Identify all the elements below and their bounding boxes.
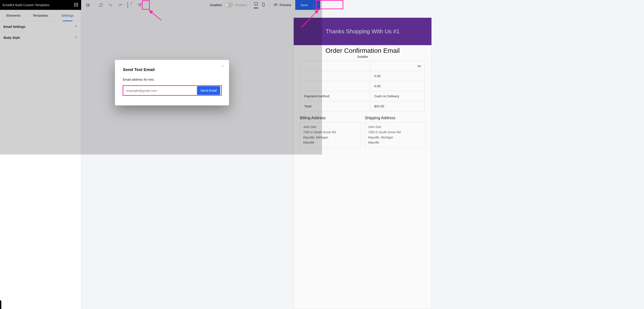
tab-settings[interactable]: Settings xyxy=(54,10,81,21)
redo-icon[interactable] xyxy=(116,0,125,10)
svg-rect-1 xyxy=(254,2,258,4)
save-button[interactable]: Save xyxy=(295,0,313,10)
order-subtitle[interactable]: Subtitle xyxy=(294,55,322,58)
modal-title: Send Test Email xyxy=(123,67,221,72)
accordion-email-settings[interactable]: Email Settings xyxy=(0,21,81,32)
close-icon[interactable] xyxy=(221,64,225,68)
billing-address-box[interactable]: John Doe 73/D G South Grove Rd Mayville,… xyxy=(300,122,322,148)
svg-rect-2 xyxy=(262,3,264,6)
test-email-input[interactable] xyxy=(124,87,197,95)
enable-toggle[interactable] xyxy=(224,3,233,7)
order-summary-table[interactable]: ce 0.00 0.00 Payment method:Cash on Deli… xyxy=(300,61,322,111)
send-test-email-modal: Send Test Email Email address for test. … xyxy=(115,60,229,105)
brand-title: EmailKit Build Custom Templates xyxy=(3,3,49,7)
undo-icon[interactable] xyxy=(106,0,116,10)
save-dropdown-button[interactable] xyxy=(313,0,320,10)
refresh-icon[interactable] xyxy=(96,0,106,10)
order-title[interactable]: Order Confirmation Email xyxy=(294,47,322,54)
insert-shortcode-button[interactable]: [ / ] xyxy=(125,0,135,10)
modal-label: Email address for test. xyxy=(123,78,221,81)
preview-label: Preview xyxy=(280,3,291,7)
test-email-input-row: Send Email xyxy=(123,85,221,96)
send-email-button[interactable]: Send Email xyxy=(197,86,220,95)
tab-elements[interactable]: Elements xyxy=(0,10,27,21)
billing-address-title[interactable]: Billing Address xyxy=(300,116,322,120)
email-banner[interactable]: Thanks Shopping With Us #1 xyxy=(294,18,322,45)
wordpress-icon[interactable] xyxy=(83,0,92,10)
toggle-disabled-label: Disabled xyxy=(210,3,222,7)
accordion-body-style[interactable]: Body Style xyxy=(0,32,81,43)
svg-point-3 xyxy=(275,4,276,5)
mobile-device-icon[interactable] xyxy=(261,2,266,8)
eye-icon xyxy=(274,3,278,7)
chevron-up-icon xyxy=(74,25,78,28)
desktop-device-icon[interactable] xyxy=(254,1,258,8)
tab-templates[interactable]: Templates xyxy=(27,10,54,21)
preview-button[interactable]: Preview xyxy=(270,3,295,7)
send-test-icon[interactable] xyxy=(135,0,144,10)
toggle-enabled-label: Enabled xyxy=(235,3,246,7)
chevron-up-icon xyxy=(74,36,78,39)
apps-grid-icon[interactable] xyxy=(74,3,78,7)
